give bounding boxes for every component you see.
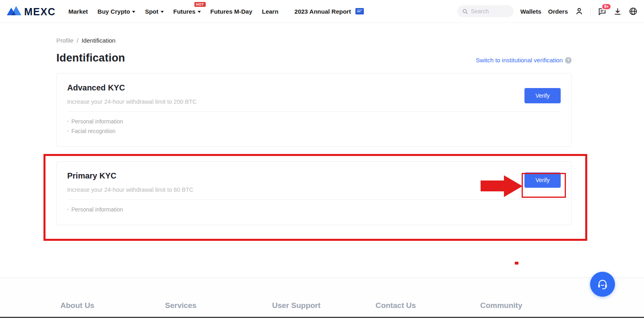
footer-columns: About Us Services User Support Contact U… bbox=[60, 301, 644, 310]
requirement-item: Personal information bbox=[67, 205, 561, 214]
chevron-down-icon bbox=[198, 11, 201, 13]
nav-label: Futures bbox=[173, 8, 196, 15]
user-icon bbox=[575, 7, 584, 16]
svg-text:MEXC: MEXC bbox=[24, 6, 56, 17]
divider bbox=[67, 111, 561, 112]
nav-label: Buy Crypto bbox=[97, 8, 130, 15]
card-subtitle: Increase your 24-hour withdrawal limit t… bbox=[67, 98, 561, 106]
advanced-kyc-verify-button[interactable]: Verify bbox=[524, 88, 561, 103]
account-button[interactable] bbox=[575, 7, 584, 16]
card-title: Advanced KYC bbox=[67, 82, 561, 93]
hot-badge: HOT bbox=[194, 2, 206, 7]
download-app-button[interactable] bbox=[613, 7, 622, 16]
nav-item-spot[interactable]: Spot bbox=[145, 8, 163, 15]
headset-icon bbox=[597, 278, 609, 290]
nav-label: 2023 Annual Report bbox=[295, 8, 351, 15]
breadcrumb: Profile / Identification bbox=[56, 37, 572, 44]
page-title: Identification bbox=[56, 52, 125, 64]
primary-kyc-card: Primary KYC Increase your 24-hour withdr… bbox=[56, 161, 572, 225]
title-row: Identification Switch to institutional v… bbox=[56, 52, 572, 64]
chevron-down-icon bbox=[132, 11, 135, 13]
notification-badge: 9+ bbox=[601, 3, 611, 10]
chat-support-button[interactable] bbox=[590, 272, 615, 297]
switch-institutional-link[interactable]: Switch to institutional verification bbox=[476, 57, 563, 64]
nav-label: Learn bbox=[262, 8, 279, 15]
search-icon bbox=[462, 8, 468, 14]
annotation-dot bbox=[515, 262, 518, 265]
requirement-item: Facial recognition bbox=[67, 126, 561, 136]
nav-item-annual-report[interactable]: 2023 Annual Report bbox=[295, 8, 364, 15]
chevron-down-icon bbox=[161, 11, 164, 13]
breadcrumb-profile[interactable]: Profile bbox=[56, 37, 74, 44]
divider bbox=[67, 199, 561, 200]
search-box[interactable] bbox=[457, 5, 514, 17]
nav-item-learn[interactable]: Learn bbox=[262, 8, 279, 15]
notifications-button[interactable]: 9+ bbox=[598, 7, 607, 16]
footer-user-support[interactable]: User Support bbox=[272, 301, 376, 310]
top-navbar: MEXC Market Buy Crypto Spot HOT Futures … bbox=[0, 0, 644, 23]
footer-services[interactable]: Services bbox=[165, 301, 272, 310]
annual-report-icon bbox=[355, 8, 364, 14]
help-icon[interactable]: ? bbox=[565, 57, 572, 64]
navbar-right: Wallets Orders 9+ bbox=[457, 5, 638, 17]
footer: About Us Services User Support Contact U… bbox=[0, 277, 644, 318]
globe-icon bbox=[629, 7, 638, 16]
download-icon bbox=[613, 7, 622, 16]
nav-item-market[interactable]: Market bbox=[68, 8, 88, 15]
nav-label: Futures M-Day bbox=[211, 8, 252, 15]
main-content: Profile / Identification Identification … bbox=[56, 37, 572, 225]
requirement-item: Personal information bbox=[67, 117, 561, 126]
nav-label: Market bbox=[68, 8, 88, 15]
wallets-link[interactable]: Wallets bbox=[520, 8, 541, 15]
footer-contact-us[interactable]: Contact Us bbox=[376, 301, 480, 310]
card-title: Primary KYC bbox=[67, 170, 561, 181]
switch-verification: Switch to institutional verification ? bbox=[476, 57, 572, 64]
mexc-logo-icon: MEXC bbox=[6, 4, 60, 18]
language-button[interactable] bbox=[629, 7, 638, 16]
requirements-list: Personal information Facial recognition bbox=[67, 117, 561, 136]
footer-about-us[interactable]: About Us bbox=[60, 301, 165, 310]
mexc-identification-page: MEXC Market Buy Crypto Spot HOT Futures … bbox=[0, 0, 644, 318]
footer-community[interactable]: Community bbox=[480, 301, 644, 310]
breadcrumb-identification: Identification bbox=[82, 37, 116, 44]
advanced-kyc-card: Advanced KYC Increase your 24-hour withd… bbox=[56, 73, 572, 147]
divider bbox=[590, 7, 591, 15]
breadcrumb-separator: / bbox=[77, 37, 78, 44]
main-nav: Market Buy Crypto Spot HOT Futures Futur… bbox=[68, 8, 364, 15]
nav-item-futures-mday[interactable]: Futures M-Day bbox=[211, 8, 252, 15]
mexc-logo[interactable]: MEXC bbox=[6, 4, 60, 18]
nav-item-futures[interactable]: HOT Futures bbox=[173, 8, 201, 15]
nav-label: Spot bbox=[145, 8, 158, 15]
primary-kyc-verify-button[interactable]: Verify bbox=[524, 172, 561, 188]
orders-link[interactable]: Orders bbox=[548, 8, 568, 15]
card-subtitle: Increase your 24-hour withdrawal limit t… bbox=[67, 186, 561, 194]
search-input[interactable] bbox=[471, 8, 507, 14]
requirements-list: Personal information bbox=[67, 205, 561, 214]
nav-item-buy-crypto[interactable]: Buy Crypto bbox=[97, 8, 135, 15]
